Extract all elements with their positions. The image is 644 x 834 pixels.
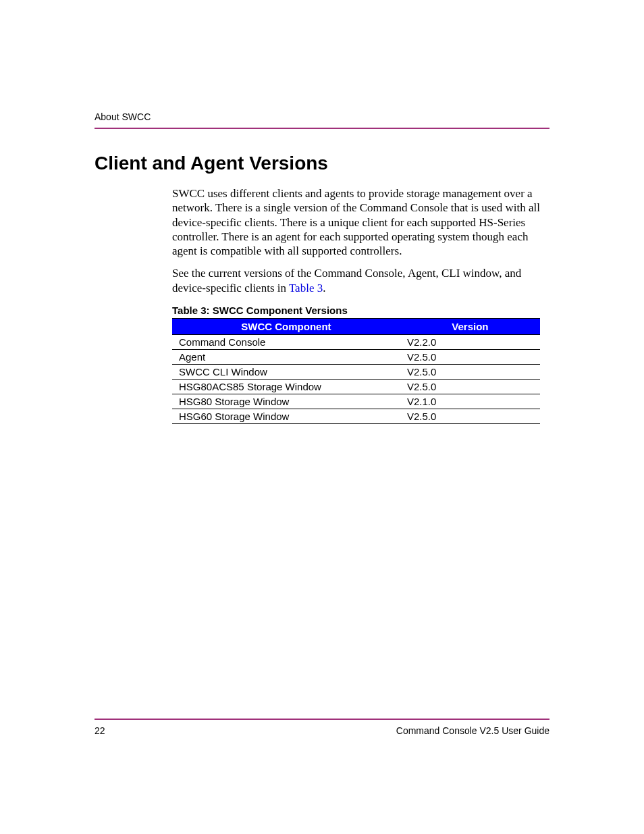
cell-component: Command Console	[172, 334, 400, 349]
footer-rule	[95, 719, 549, 720]
p2-part-a: See the current versions of the Command …	[172, 267, 521, 294]
cell-component: HSG60 Storage Window	[172, 409, 400, 423]
cell-component: HSG80ACS85 Storage Window	[172, 379, 400, 394]
cell-component: Agent	[172, 349, 400, 364]
page-footer: 22 Command Console V2.5 User Guide	[95, 719, 549, 736]
p2-part-b: .	[323, 282, 325, 294]
running-header: About SWCC	[95, 111, 549, 122]
table-row: SWCC CLI WindowV2.5.0	[172, 364, 540, 379]
table-caption: Table 3: SWCC Component Versions	[172, 305, 549, 316]
document-title: Command Console V2.5 User Guide	[396, 725, 549, 736]
table-row: HSG80 Storage WindowV2.1.0	[172, 394, 540, 409]
section-heading: Client and Agent Versions	[95, 153, 549, 174]
col-header-version: Version	[400, 318, 540, 334]
table-row: Command ConsoleV2.2.0	[172, 334, 540, 349]
component-versions-table: SWCC Component Version Command ConsoleV2…	[172, 318, 540, 424]
cell-version: V2.5.0	[400, 349, 540, 364]
col-header-component: SWCC Component	[172, 318, 400, 334]
cell-component: HSG80 Storage Window	[172, 394, 400, 409]
cell-version: V2.5.0	[400, 379, 540, 394]
cell-version: V2.5.0	[400, 409, 540, 423]
cell-version: V2.2.0	[400, 334, 540, 349]
table-header-row: SWCC Component Version	[172, 318, 540, 334]
table-row: AgentV2.5.0	[172, 349, 540, 364]
page-number: 22	[95, 725, 105, 736]
cell-component: SWCC CLI Window	[172, 364, 400, 379]
table-row: HSG80ACS85 Storage WindowV2.5.0	[172, 379, 540, 394]
table-body: Command ConsoleV2.2.0AgentV2.5.0SWCC CLI…	[172, 334, 540, 423]
table-3-link[interactable]: Table 3	[289, 282, 323, 294]
body-paragraph-1: SWCC uses different clients and agents t…	[172, 186, 549, 258]
table-row: HSG60 Storage WindowV2.5.0	[172, 409, 540, 423]
cell-version: V2.1.0	[400, 394, 540, 409]
header-rule	[95, 128, 549, 129]
body-paragraph-2: See the current versions of the Command …	[172, 266, 549, 295]
cell-version: V2.5.0	[400, 364, 540, 379]
